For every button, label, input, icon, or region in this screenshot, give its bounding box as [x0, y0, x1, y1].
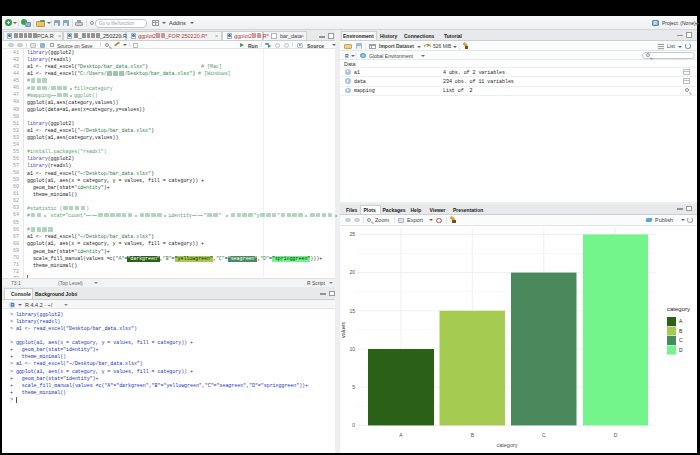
svg-text:5: 5	[352, 384, 355, 390]
svg-text:category: category	[667, 306, 690, 312]
svg-text:category: category	[496, 442, 517, 448]
svg-text:20: 20	[349, 269, 355, 275]
svg-text:values: values	[340, 322, 346, 338]
svg-text:D: D	[614, 432, 618, 438]
svg-text:10: 10	[349, 346, 355, 352]
svg-text:15: 15	[349, 308, 355, 314]
svg-text:25: 25	[349, 231, 355, 237]
svg-text:C: C	[542, 432, 546, 438]
svg-text:C: C	[679, 337, 683, 343]
svg-text:D: D	[679, 347, 683, 353]
svg-text:0: 0	[352, 422, 355, 428]
